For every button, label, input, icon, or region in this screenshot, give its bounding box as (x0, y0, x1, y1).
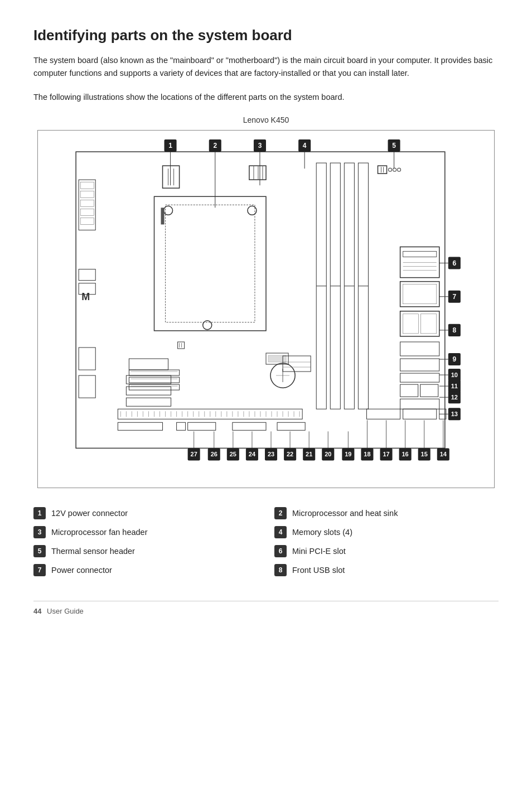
svg-rect-186 (178, 341, 185, 348)
part-badge-4: 4 (274, 526, 287, 538)
svg-rect-107 (400, 399, 439, 409)
svg-rect-111 (80, 200, 94, 206)
svg-text:13: 13 (451, 411, 458, 417)
svg-text:12: 12 (451, 394, 458, 401)
svg-rect-114 (79, 269, 95, 280)
part-item-2: 2 Microprocessor and heat sink (274, 505, 499, 522)
svg-text:2: 2 (213, 142, 217, 150)
part-item-5: 5 Thermal sensor header (33, 543, 258, 560)
svg-rect-69 (166, 205, 255, 322)
svg-text:26: 26 (211, 451, 217, 457)
svg-rect-109 (80, 182, 94, 189)
svg-rect-104 (400, 373, 439, 382)
svg-text:27: 27 (191, 451, 197, 457)
part-badge-6: 6 (274, 545, 287, 557)
part-badge-2: 2 (274, 507, 287, 519)
svg-rect-106 (420, 384, 438, 397)
svg-rect-116 (79, 348, 95, 370)
part-label-7: Power connector (51, 566, 112, 575)
svg-text:14: 14 (440, 451, 447, 457)
svg-rect-101 (421, 314, 437, 333)
part-label-4: Memory slots (4) (292, 528, 352, 537)
svg-text:22: 22 (287, 451, 293, 457)
svg-text:23: 23 (268, 451, 274, 457)
svg-rect-117 (79, 375, 95, 398)
part-label-1: 12V power connector (51, 509, 128, 518)
part-item-3: 3 Microprocessor fan header (33, 524, 258, 541)
svg-rect-121 (126, 398, 171, 406)
system-board-diagram: 1 2 3 4 5 6 7 8 9 10 11 12 (37, 130, 495, 489)
svg-text:6: 6 (452, 259, 456, 267)
svg-rect-102 (400, 341, 439, 355)
parts-list: 1 12V power connector 2 Microprocessor a… (33, 505, 499, 578)
svg-rect-113 (80, 218, 94, 224)
footer: 44 User Guide (33, 601, 499, 615)
svg-rect-112 (80, 209, 94, 215)
part-badge-1: 1 (33, 507, 46, 519)
svg-rect-163 (277, 422, 305, 430)
svg-point-71 (248, 206, 257, 215)
part-label-6: Mini PCI-E slot (292, 547, 346, 556)
part-item-6: 6 Mini PCI-E slot (274, 543, 499, 560)
svg-text:M: M (81, 291, 90, 302)
svg-text:16: 16 (402, 451, 408, 457)
svg-text:21: 21 (306, 451, 312, 457)
svg-rect-161 (188, 422, 216, 430)
footer-label: User Guide (47, 607, 84, 615)
svg-point-73 (203, 320, 212, 329)
svg-rect-164 (366, 409, 400, 419)
svg-text:5: 5 (392, 142, 396, 150)
svg-text:7: 7 (452, 292, 456, 300)
svg-text:25: 25 (230, 451, 236, 457)
svg-rect-189 (129, 370, 179, 375)
svg-rect-72 (161, 208, 165, 224)
svg-rect-93 (403, 251, 437, 257)
svg-rect-120 (126, 387, 171, 395)
svg-text:4: 4 (303, 142, 307, 150)
svg-rect-85 (249, 166, 266, 180)
footer-page-number: 44 (33, 607, 41, 615)
intro-paragraph-2: The following illustrations show the loc… (33, 91, 499, 104)
svg-text:3: 3 (258, 142, 262, 150)
part-label-5: Thermal sensor header (51, 547, 135, 556)
svg-rect-68 (154, 196, 266, 331)
svg-rect-108 (79, 180, 95, 230)
svg-rect-191 (129, 384, 179, 390)
svg-text:19: 19 (345, 451, 351, 457)
svg-rect-118 (129, 359, 168, 370)
part-badge-7: 7 (33, 564, 46, 576)
svg-rect-74 (163, 166, 180, 188)
svg-text:17: 17 (383, 451, 389, 457)
svg-rect-100 (403, 314, 419, 333)
svg-rect-165 (403, 409, 437, 419)
svg-rect-97 (400, 281, 439, 306)
svg-point-195 (389, 168, 392, 171)
part-label-8: Front USB slot (292, 566, 345, 575)
diagram-svg: 1 2 3 4 5 6 7 8 9 10 11 12 (42, 135, 490, 482)
part-label-3: Microprocessor fan header (51, 528, 147, 537)
svg-text:11: 11 (451, 383, 458, 389)
svg-rect-159 (118, 422, 162, 430)
svg-text:1: 1 (168, 142, 172, 150)
intro-paragraph-1: The system board (also known as the "mai… (33, 54, 499, 80)
svg-rect-103 (400, 359, 439, 371)
svg-text:9: 9 (452, 355, 456, 363)
part-item-8: 8 Front USB slot (274, 562, 499, 578)
page-title: Identifying parts on the system board (33, 27, 499, 44)
svg-rect-89 (378, 166, 386, 173)
svg-text:18: 18 (364, 451, 370, 457)
svg-point-196 (393, 168, 396, 171)
svg-text:15: 15 (421, 451, 428, 457)
svg-rect-99 (400, 311, 439, 336)
part-item-4: 4 Memory slots (4) (274, 524, 499, 541)
part-item-7: 7 Power connector (33, 562, 258, 578)
svg-rect-110 (80, 191, 94, 197)
svg-rect-162 (233, 422, 266, 430)
svg-text:10: 10 (451, 372, 458, 378)
part-badge-5: 5 (33, 545, 46, 557)
svg-text:20: 20 (325, 451, 331, 457)
svg-point-70 (164, 206, 173, 215)
svg-point-197 (398, 168, 401, 171)
diagram-title: Lenovo K450 (33, 115, 499, 124)
svg-text:8: 8 (452, 326, 456, 334)
